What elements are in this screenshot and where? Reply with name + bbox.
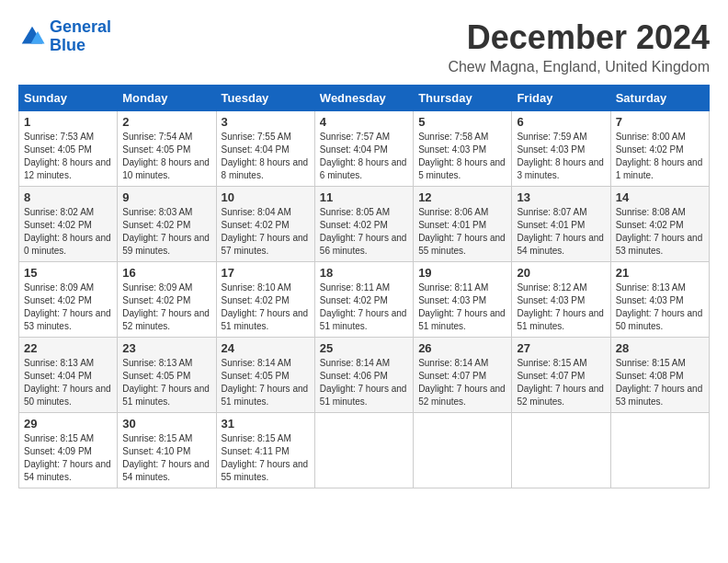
table-row: 13Sunrise: 8:07 AM Sunset: 4:01 PM Dayli… (512, 187, 610, 262)
table-row: 9Sunrise: 8:03 AM Sunset: 4:02 PM Daylig… (118, 187, 216, 262)
table-row: 29Sunrise: 8:15 AM Sunset: 4:09 PM Dayli… (19, 413, 118, 488)
logo: General Blue (18, 18, 111, 55)
day-info: Sunrise: 8:13 AM Sunset: 4:05 PM Dayligh… (122, 357, 210, 408)
col-sunday: Sunday (19, 86, 118, 111)
table-row: 2Sunrise: 7:54 AM Sunset: 4:05 PM Daylig… (118, 111, 216, 187)
table-row (610, 413, 709, 488)
table-row: 25Sunrise: 8:14 AM Sunset: 4:06 PM Dayli… (314, 338, 413, 413)
day-number: 22 (24, 341, 112, 355)
day-info: Sunrise: 8:15 AM Sunset: 4:10 PM Dayligh… (122, 432, 210, 484)
day-number: 29 (24, 417, 112, 431)
title-block: December 2024 Chew Magna, England, Unite… (448, 18, 710, 75)
day-number: 31 (222, 417, 310, 431)
day-info: Sunrise: 7:55 AM Sunset: 4:04 PM Dayligh… (222, 131, 310, 182)
table-row: 18Sunrise: 8:11 AM Sunset: 4:02 PM Dayli… (314, 262, 413, 338)
table-row (314, 413, 413, 488)
table-row: 31Sunrise: 8:15 AM Sunset: 4:11 PM Dayli… (216, 413, 314, 488)
calendar-row: 29Sunrise: 8:15 AM Sunset: 4:09 PM Dayli… (19, 413, 710, 488)
day-number: 15 (24, 266, 112, 280)
col-monday: Monday (118, 86, 216, 111)
table-row: 27Sunrise: 8:15 AM Sunset: 4:07 PM Dayli… (512, 338, 610, 413)
day-info: Sunrise: 8:15 AM Sunset: 4:08 PM Dayligh… (616, 357, 704, 408)
day-info: Sunrise: 8:05 AM Sunset: 4:02 PM Dayligh… (320, 206, 408, 258)
logo-line1: General (50, 17, 111, 36)
table-row (512, 413, 610, 488)
day-info: Sunrise: 8:15 AM Sunset: 4:11 PM Dayligh… (222, 432, 310, 484)
col-tuesday: Tuesday (216, 86, 314, 111)
table-row (414, 413, 512, 488)
day-number: 12 (418, 190, 506, 204)
day-number: 14 (616, 190, 704, 204)
table-row: 1Sunrise: 7:53 AM Sunset: 4:05 PM Daylig… (19, 111, 118, 187)
day-info: Sunrise: 8:09 AM Sunset: 4:02 PM Dayligh… (122, 282, 210, 333)
day-info: Sunrise: 7:53 AM Sunset: 4:05 PM Dayligh… (24, 131, 112, 182)
table-row: 26Sunrise: 8:14 AM Sunset: 4:07 PM Dayli… (414, 338, 512, 413)
day-info: Sunrise: 7:54 AM Sunset: 4:05 PM Dayligh… (122, 131, 210, 182)
table-row: 5Sunrise: 7:58 AM Sunset: 4:03 PM Daylig… (414, 111, 512, 187)
page-header: General Blue December 2024 Chew Magna, E… (18, 18, 710, 75)
header-row: Sunday Monday Tuesday Wednesday Thursday… (19, 86, 710, 111)
day-number: 25 (320, 341, 408, 355)
table-row: 16Sunrise: 8:09 AM Sunset: 4:02 PM Dayli… (118, 262, 216, 338)
table-row: 22Sunrise: 8:13 AM Sunset: 4:04 PM Dayli… (19, 338, 118, 413)
table-row: 19Sunrise: 8:11 AM Sunset: 4:03 PM Dayli… (414, 262, 512, 338)
day-info: Sunrise: 8:13 AM Sunset: 4:04 PM Dayligh… (24, 357, 112, 408)
table-row: 14Sunrise: 8:08 AM Sunset: 4:02 PM Dayli… (610, 187, 709, 262)
day-number: 13 (517, 190, 605, 204)
day-number: 17 (222, 266, 310, 280)
day-info: Sunrise: 8:11 AM Sunset: 4:02 PM Dayligh… (320, 282, 408, 333)
day-number: 7 (616, 115, 704, 129)
table-row: 8Sunrise: 8:02 AM Sunset: 4:02 PM Daylig… (19, 187, 118, 262)
day-info: Sunrise: 8:15 AM Sunset: 4:09 PM Dayligh… (24, 432, 112, 484)
day-info: Sunrise: 8:11 AM Sunset: 4:03 PM Dayligh… (418, 282, 506, 333)
day-number: 9 (122, 190, 210, 204)
day-number: 1 (24, 115, 112, 129)
day-number: 6 (517, 115, 605, 129)
day-info: Sunrise: 8:10 AM Sunset: 4:02 PM Dayligh… (222, 282, 310, 333)
day-info: Sunrise: 8:04 AM Sunset: 4:02 PM Dayligh… (222, 206, 310, 258)
day-number: 24 (222, 341, 310, 355)
day-number: 21 (616, 266, 704, 280)
day-info: Sunrise: 8:07 AM Sunset: 4:01 PM Dayligh… (517, 206, 605, 258)
calendar-table: Sunday Monday Tuesday Wednesday Thursday… (18, 85, 710, 488)
day-info: Sunrise: 8:14 AM Sunset: 4:06 PM Dayligh… (320, 357, 408, 408)
day-number: 23 (122, 341, 210, 355)
col-saturday: Saturday (610, 86, 709, 111)
table-row: 17Sunrise: 8:10 AM Sunset: 4:02 PM Dayli… (216, 262, 314, 338)
table-row: 30Sunrise: 8:15 AM Sunset: 4:10 PM Dayli… (118, 413, 216, 488)
day-info: Sunrise: 8:14 AM Sunset: 4:07 PM Dayligh… (418, 357, 506, 408)
table-row: 21Sunrise: 8:13 AM Sunset: 4:03 PM Dayli… (610, 262, 709, 338)
day-info: Sunrise: 8:13 AM Sunset: 4:03 PM Dayligh… (616, 282, 704, 333)
table-row: 28Sunrise: 8:15 AM Sunset: 4:08 PM Dayli… (610, 338, 709, 413)
day-number: 27 (517, 341, 605, 355)
day-info: Sunrise: 8:14 AM Sunset: 4:05 PM Dayligh… (222, 357, 310, 408)
day-number: 16 (122, 266, 210, 280)
logo-text: General Blue (50, 18, 111, 55)
day-number: 8 (24, 190, 112, 204)
table-row: 12Sunrise: 8:06 AM Sunset: 4:01 PM Dayli… (414, 187, 512, 262)
day-number: 26 (418, 341, 506, 355)
logo-icon (18, 23, 46, 51)
day-info: Sunrise: 8:08 AM Sunset: 4:02 PM Dayligh… (616, 206, 704, 258)
day-number: 30 (122, 417, 210, 431)
col-friday: Friday (512, 86, 610, 111)
day-number: 11 (320, 190, 408, 204)
day-info: Sunrise: 8:15 AM Sunset: 4:07 PM Dayligh… (517, 357, 605, 408)
table-row: 10Sunrise: 8:04 AM Sunset: 4:02 PM Dayli… (216, 187, 314, 262)
day-number: 2 (122, 115, 210, 129)
day-number: 18 (320, 266, 408, 280)
day-number: 19 (418, 266, 506, 280)
col-wednesday: Wednesday (314, 86, 413, 111)
day-info: Sunrise: 7:57 AM Sunset: 4:04 PM Dayligh… (320, 131, 408, 182)
calendar-row: 15Sunrise: 8:09 AM Sunset: 4:02 PM Dayli… (19, 262, 710, 338)
table-row: 24Sunrise: 8:14 AM Sunset: 4:05 PM Dayli… (216, 338, 314, 413)
day-info: Sunrise: 8:12 AM Sunset: 4:03 PM Dayligh… (517, 282, 605, 333)
day-info: Sunrise: 8:09 AM Sunset: 4:02 PM Dayligh… (24, 282, 112, 333)
day-number: 5 (418, 115, 506, 129)
day-info: Sunrise: 8:06 AM Sunset: 4:01 PM Dayligh… (418, 206, 506, 258)
day-number: 4 (320, 115, 408, 129)
table-row: 7Sunrise: 8:00 AM Sunset: 4:02 PM Daylig… (610, 111, 709, 187)
day-number: 10 (222, 190, 310, 204)
table-row: 6Sunrise: 7:59 AM Sunset: 4:03 PM Daylig… (512, 111, 610, 187)
table-row: 4Sunrise: 7:57 AM Sunset: 4:04 PM Daylig… (314, 111, 413, 187)
